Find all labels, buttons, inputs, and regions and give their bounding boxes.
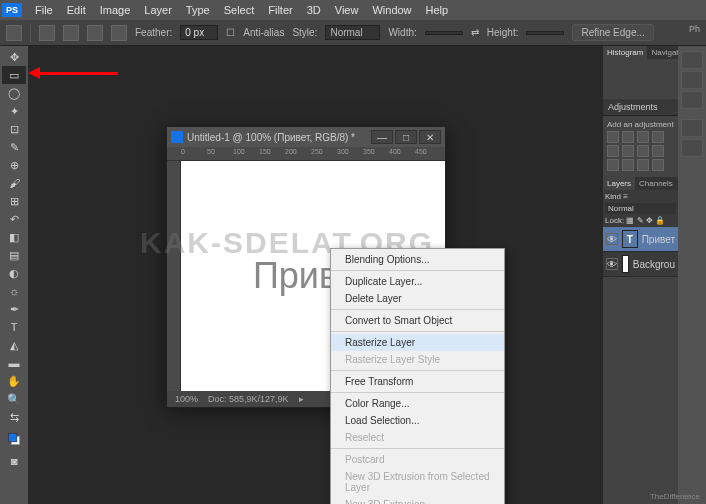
cmi-free-transform[interactable]: Free Transform [331,373,504,390]
kind-select[interactable]: ≡ [623,192,628,201]
cmi-convert-smart-object[interactable]: Convert to Smart Object [331,312,504,329]
adj-gradient-icon[interactable] [652,159,664,171]
selection-intersect-icon[interactable] [111,25,127,41]
workspace-label[interactable]: Ph [683,22,706,36]
lasso-tool[interactable]: ◯ [2,84,26,102]
feather-input[interactable]: 0 px [180,25,218,40]
collapsed-panel-icon[interactable] [681,51,703,69]
gradient-tool[interactable]: ▤ [2,246,26,264]
window-minimize-button[interactable]: — [371,130,393,144]
quickmask-icon[interactable]: ◙ [2,452,26,470]
lock-transparent-icon[interactable]: ▦ [626,216,634,225]
tab-adjustments[interactable]: Adjustments [603,99,678,116]
type-tool[interactable]: T [2,318,26,336]
menu-file[interactable]: File [35,4,53,16]
collapsed-panel-icon[interactable] [681,91,703,109]
lock-position-icon[interactable]: ✥ [646,216,653,225]
history-brush-tool[interactable]: ↶ [2,210,26,228]
wand-tool[interactable]: ✦ [2,102,26,120]
collapsed-panel-icon[interactable] [681,71,703,89]
blend-mode-select[interactable]: Normal [605,203,676,214]
menu-select[interactable]: Select [224,4,255,16]
adj-vibrance-icon[interactable] [607,145,619,157]
selection-subtract-icon[interactable] [87,25,103,41]
adj-photo-filter-icon[interactable] [652,145,664,157]
adj-invert-icon[interactable] [607,159,619,171]
swap-icon[interactable]: ⇄ [471,27,479,38]
menu-3d[interactable]: 3D [307,4,321,16]
menu-type[interactable]: Type [186,4,210,16]
brush-tool[interactable]: 🖌 [2,174,26,192]
layer-thumbnail-text[interactable]: T [622,230,638,248]
menu-view[interactable]: View [335,4,359,16]
blur-tool[interactable]: ◐ [2,264,26,282]
layer-thumbnail-bg[interactable] [622,255,629,273]
adj-brightness-icon[interactable] [607,131,619,143]
document-icon [171,131,183,143]
menu-filter[interactable]: Filter [268,4,292,16]
adj-curves-icon[interactable] [637,131,649,143]
cmi-duplicate-layer[interactable]: Duplicate Layer... [331,273,504,290]
zoom-level[interactable]: 100% [175,394,198,404]
height-input[interactable] [526,31,564,35]
move-tool[interactable]: ✥ [2,48,26,66]
cmi-blending-options[interactable]: Blending Options... [331,251,504,268]
lock-all-icon[interactable]: 🔒 [655,216,665,225]
crop-tool[interactable]: ⊡ [2,120,26,138]
window-maximize-button[interactable]: □ [395,130,417,144]
path-tool[interactable]: ◭ [2,336,26,354]
menu-layer[interactable]: Layer [144,4,172,16]
tab-layers[interactable]: Layers [603,177,635,190]
stamp-tool[interactable]: ⊞ [2,192,26,210]
foreground-background-colors[interactable] [2,426,26,452]
cmi-delete-layer[interactable]: Delete Layer [331,290,504,307]
ruler-mark: 450 [415,148,427,155]
antialias-checkbox[interactable]: ☐ [226,27,235,38]
healing-tool[interactable]: ⊕ [2,156,26,174]
eyedropper-tool[interactable]: ✎ [2,138,26,156]
pen-tool[interactable]: ✒ [2,300,26,318]
shape-tool[interactable]: ▬ [2,354,26,372]
width-input[interactable] [425,31,463,35]
collapsed-panel-icon[interactable] [681,119,703,137]
marquee-tool[interactable]: ▭ [2,66,26,84]
adj-threshold-icon[interactable] [637,159,649,171]
collapsed-panel-icon[interactable] [681,139,703,157]
hand-tool[interactable]: ✋ [2,372,26,390]
layer-name[interactable]: Привет [642,234,675,245]
dodge-tool[interactable]: ☼ [2,282,26,300]
adj-exposure-icon[interactable] [652,131,664,143]
document-titlebar[interactable]: Untitled-1 @ 100% (Привет, RGB/8) * — □ … [167,127,445,147]
refine-edge-button[interactable]: Refine Edge... [572,24,653,41]
style-select[interactable]: Normal [325,25,380,40]
adj-levels-icon[interactable] [622,131,634,143]
visibility-toggle[interactable]: 👁 [606,233,618,245]
tab-histogram[interactable]: Histogram [603,46,647,59]
cmi-load-selection[interactable]: Load Selection... [331,412,504,429]
lock-pixels-icon[interactable]: ✎ [637,216,644,225]
menu-separator [331,448,504,449]
menu-help[interactable]: Help [426,4,449,16]
menu-edit[interactable]: Edit [67,4,86,16]
cmi-color-range[interactable]: Color Range... [331,395,504,412]
layer-row-background[interactable]: 👁 Backgrou [603,252,678,277]
adj-bw-icon[interactable] [637,145,649,157]
color-swap-icon[interactable]: ⇆ [2,408,26,426]
statusbar-arrow-icon[interactable]: ▸ [299,394,304,404]
layer-row-text[interactable]: 👁 T Привет [603,227,678,252]
tool-preset-icon[interactable] [6,25,22,41]
window-close-button[interactable]: ✕ [419,130,441,144]
layer-name[interactable]: Backgrou [633,259,675,270]
selection-new-icon[interactable] [39,25,55,41]
cmi-rasterize-layer[interactable]: Rasterize Layer [331,334,504,351]
adj-hue-icon[interactable] [622,145,634,157]
doc-size[interactable]: Doc: 585,9K/127,9K [208,394,289,404]
visibility-toggle[interactable]: 👁 [606,258,618,270]
menu-window[interactable]: Window [372,4,411,16]
eraser-tool[interactable]: ◧ [2,228,26,246]
zoom-tool[interactable]: 🔍 [2,390,26,408]
tab-channels[interactable]: Channels [635,177,677,190]
selection-add-icon[interactable] [63,25,79,41]
adj-posterize-icon[interactable] [622,159,634,171]
menu-image[interactable]: Image [100,4,131,16]
